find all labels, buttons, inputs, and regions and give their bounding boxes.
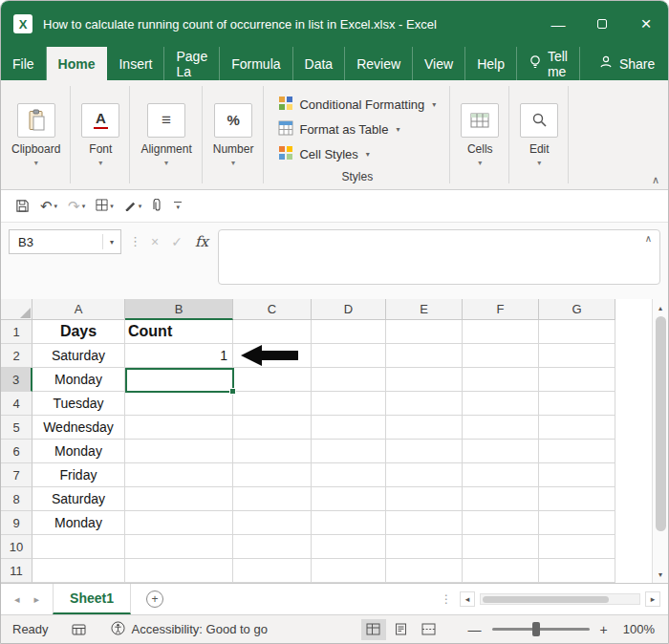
add-sheet-button[interactable]: + xyxy=(146,590,163,608)
maximize-button[interactable] xyxy=(580,1,624,47)
column-header-A[interactable]: A xyxy=(32,299,125,320)
cell[interactable] xyxy=(539,392,615,416)
attach-button[interactable] xyxy=(149,197,166,216)
cell[interactable]: Tuesday xyxy=(32,392,125,416)
tab-view[interactable]: View xyxy=(413,47,465,80)
cell[interactable] xyxy=(539,320,615,344)
row-header[interactable]: 8 xyxy=(1,487,32,511)
cell[interactable] xyxy=(539,535,615,559)
cell[interactable] xyxy=(312,440,386,463)
drag-handle-icon[interactable]: ⋮ xyxy=(129,234,141,248)
sheet-tab-sheet1[interactable]: Sheet1 xyxy=(53,584,131,614)
next-sheet-icon[interactable]: ▸ xyxy=(34,593,40,606)
row-header[interactable]: 2 xyxy=(1,344,32,368)
format-as-table-button[interactable]: Format as Table ▾ xyxy=(274,118,403,142)
column-header-C[interactable]: C xyxy=(233,299,312,320)
cell[interactable] xyxy=(125,440,233,463)
cell[interactable] xyxy=(233,535,312,559)
cell[interactable] xyxy=(233,487,312,511)
cell[interactable] xyxy=(233,416,312,440)
conditional-formatting-button[interactable]: Conditional Formatting ▾ xyxy=(274,93,440,118)
cell[interactable] xyxy=(463,487,539,511)
cell[interactable] xyxy=(125,416,233,440)
cell[interactable] xyxy=(463,344,539,368)
macro-record-button[interactable] xyxy=(72,624,86,635)
cell[interactable] xyxy=(386,368,463,392)
cell[interactable] xyxy=(386,511,463,535)
tab-file[interactable]: File xyxy=(1,47,47,80)
row-header[interactable]: 10 xyxy=(1,535,32,559)
column-header-D[interactable]: D xyxy=(312,299,386,320)
cancel-icon[interactable]: × xyxy=(151,234,159,249)
tab-page-layout[interactable]: Page La xyxy=(164,47,220,80)
normal-view-button[interactable] xyxy=(361,619,386,640)
prev-sheet-icon[interactable]: ◂ xyxy=(14,593,20,606)
row-header[interactable]: 9 xyxy=(1,511,32,535)
share-button[interactable]: Share xyxy=(580,47,669,80)
cell[interactable] xyxy=(312,559,386,583)
zoom-in-button[interactable]: + xyxy=(600,622,608,637)
save-button[interactable] xyxy=(12,197,32,215)
scroll-down-icon[interactable]: ▾ xyxy=(653,566,668,583)
cell[interactable] xyxy=(125,392,233,416)
cell[interactable] xyxy=(463,440,539,463)
borders-button[interactable]: ▾ xyxy=(93,197,117,215)
zoom-slider[interactable] xyxy=(492,628,590,631)
cell[interactable] xyxy=(463,463,539,487)
minimize-button[interactable]: — xyxy=(536,1,580,47)
cell[interactable] xyxy=(386,463,463,487)
name-box[interactable]: B3 ▾ xyxy=(9,229,121,254)
cell[interactable] xyxy=(312,368,386,392)
cell[interactable] xyxy=(386,392,463,416)
ribbon-group-cells[interactable]: Cells ▾ xyxy=(450,80,509,189)
close-button[interactable]: × xyxy=(624,1,668,47)
insert-function-button[interactable]: fx xyxy=(195,233,208,250)
collapse-ribbon-icon[interactable]: ∧ xyxy=(652,174,659,186)
cell[interactable] xyxy=(32,535,125,559)
cell[interactable] xyxy=(539,559,615,583)
splitter-handle-icon[interactable]: ⋮ xyxy=(441,592,452,606)
ribbon-group-clipboard[interactable]: Clipboard ▾ xyxy=(1,80,71,189)
horizontal-scroll-thumb[interactable] xyxy=(483,596,609,603)
cell[interactable] xyxy=(312,463,386,487)
page-layout-view-button[interactable] xyxy=(389,619,414,640)
cell[interactable] xyxy=(463,416,539,440)
row-header[interactable]: 6 xyxy=(1,440,32,463)
cell[interactable] xyxy=(386,344,463,368)
select-all-button[interactable] xyxy=(1,299,32,320)
cell-styles-button[interactable]: Cell Styles ▾ xyxy=(274,142,373,167)
cell[interactable]: Saturday xyxy=(32,344,125,368)
cell[interactable] xyxy=(539,463,615,487)
scroll-left-icon[interactable]: ◂ xyxy=(460,591,475,607)
draw-button[interactable]: ▾ xyxy=(121,197,145,215)
cell[interactable] xyxy=(125,511,233,535)
row-header[interactable]: 5 xyxy=(1,416,32,440)
cell[interactable] xyxy=(312,416,386,440)
cell[interactable] xyxy=(463,559,539,583)
tab-data[interactable]: Data xyxy=(293,47,346,80)
row-header[interactable]: 1 xyxy=(1,320,32,344)
cell[interactable] xyxy=(125,559,233,583)
cell[interactable]: Monday xyxy=(32,368,125,392)
column-header-B[interactable]: B xyxy=(125,299,233,320)
ribbon-group-font[interactable]: A Font ▾ xyxy=(71,80,130,189)
formula-input[interactable]: ∧ xyxy=(218,229,660,285)
cell[interactable] xyxy=(233,368,312,392)
cell[interactable]: Monday xyxy=(32,511,125,535)
vertical-scrollbar[interactable]: ▴ ▾ xyxy=(652,299,668,583)
tab-help[interactable]: Help xyxy=(465,47,517,80)
cell[interactable] xyxy=(539,368,615,392)
horizontal-scroll-track[interactable] xyxy=(480,593,640,605)
ribbon-group-editing[interactable]: Edit ▾ xyxy=(509,80,569,189)
tab-review[interactable]: Review xyxy=(345,47,413,80)
cell[interactable] xyxy=(312,487,386,511)
cell[interactable] xyxy=(125,368,233,392)
column-header-G[interactable]: G xyxy=(539,299,615,320)
collapse-formula-bar-icon[interactable]: ∧ xyxy=(645,233,652,244)
cell[interactable] xyxy=(539,344,615,368)
column-header-E[interactable]: E xyxy=(386,299,463,320)
cell[interactable] xyxy=(233,440,312,463)
customize-qat-button[interactable]: ▾ xyxy=(171,200,184,213)
tab-insert[interactable]: Insert xyxy=(107,47,164,80)
cell[interactable] xyxy=(386,440,463,463)
